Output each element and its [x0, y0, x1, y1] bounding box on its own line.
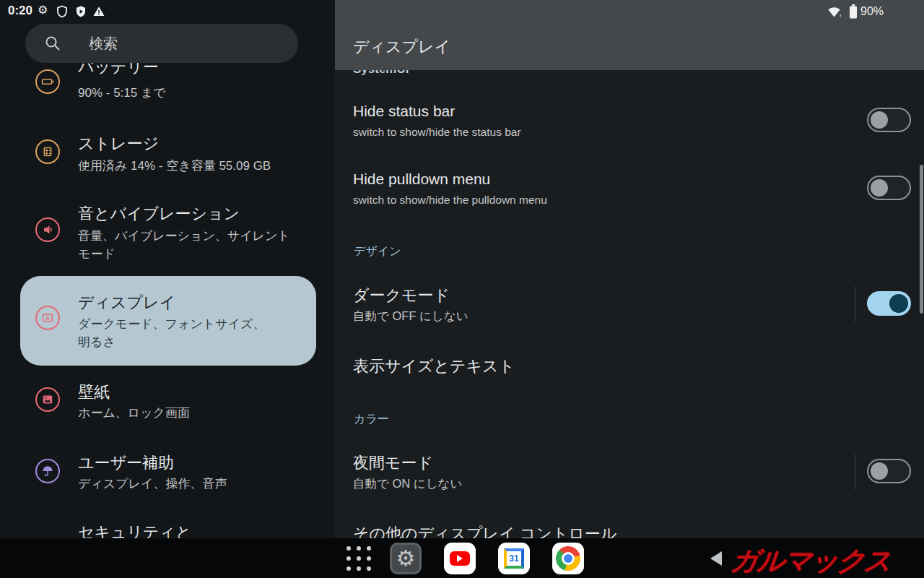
search-icon	[44, 35, 61, 52]
sidebar-item-display-title: ディスプレイ	[78, 292, 175, 314]
row-night-mode-sub: 自動で ON にしない	[353, 476, 462, 492]
battery-icon-status	[849, 4, 858, 19]
search-placeholder: 検索	[89, 34, 118, 53]
row-night-mode-title[interactable]: 夜間モード	[353, 452, 433, 474]
section-color: カラー	[354, 412, 389, 427]
warning-icon	[92, 5, 105, 18]
shield-play-icon	[74, 5, 87, 18]
svg-text:A: A	[45, 315, 50, 322]
settings-sidebar: 0:20 ⚙ バッテリー 90% - 5:15 まで 検索 ストレージ 使用済み…	[0, 0, 335, 578]
settings-app-icon[interactable]: ⚙	[390, 543, 422, 574]
app-grid-button[interactable]	[343, 543, 375, 574]
back-button[interactable]	[710, 551, 722, 566]
sidebar-item-sound-sub1: 音量、バイブレーション、サイレント	[78, 227, 290, 245]
clock: 0:20	[8, 4, 32, 18]
row-hide-status-sub: switch to show/hide the status bar	[353, 126, 521, 139]
garumax-logo: ガルマックス	[728, 543, 892, 578]
sidebar-item-battery-sub: 90% - 5:15 まで	[78, 84, 166, 102]
toggle-knob	[871, 179, 888, 197]
sidebar-item-wallpaper-sub: ホーム、ロック画面	[78, 404, 190, 422]
chrome-app-icon[interactable]	[552, 543, 584, 574]
sidebar-item-storage-sub: 使用済み 14% - 空き容量 55.09 GB	[78, 157, 271, 175]
shield-outline-icon	[56, 5, 69, 18]
night-mode-toggle[interactable]	[867, 459, 911, 483]
wifi-icon: 6	[827, 6, 841, 18]
wallpaper-icon	[35, 387, 60, 412]
sidebar-item-wallpaper-title[interactable]: 壁紙	[78, 381, 110, 403]
toggle-knob	[889, 294, 908, 313]
scrollbar[interactable]	[920, 165, 923, 314]
sidebar-item-display-sub1: ダークモード、フォントサイズ、	[78, 315, 265, 333]
sidebar-item-accessibility-title[interactable]: ユーザー補助	[78, 452, 174, 474]
panel-header: ディスプレイ 6 90%	[335, 0, 924, 70]
divider	[855, 454, 855, 490]
page-title: ディスプレイ	[353, 36, 450, 58]
search-input[interactable]: 検索	[25, 24, 298, 63]
toggle-knob	[871, 462, 888, 480]
display-icon: A	[35, 306, 60, 330]
chrome-logo-icon	[556, 546, 580, 571]
battery-percent: 90%	[860, 5, 884, 18]
toggle-knob	[871, 111, 888, 129]
youtube-app-icon[interactable]	[444, 543, 476, 574]
row-display-size-title[interactable]: 表示サイズとテキスト	[353, 355, 515, 377]
taskbar: ⚙ 31 ガルマックス	[0, 538, 924, 578]
sidebar-item-storage-title[interactable]: ストレージ	[78, 133, 159, 155]
hide-pulldown-toggle[interactable]	[867, 176, 911, 200]
hide-status-toggle[interactable]	[867, 108, 911, 132]
sound-icon	[35, 217, 60, 242]
youtube-play-icon	[450, 551, 470, 566]
divider	[855, 286, 855, 322]
section-design: デザイン	[354, 244, 401, 259]
row-hide-pulldown-title[interactable]: Hide pulldown menu	[353, 171, 490, 188]
dark-mode-toggle[interactable]	[867, 291, 911, 316]
sidebar-item-accessibility-sub: ディスプレイ、操作、音声	[78, 475, 227, 493]
calendar-day: 31	[504, 548, 524, 569]
row-dark-mode-title[interactable]: ダークモード	[353, 285, 450, 306]
row-hide-pulldown-sub: switch to show/hide the pulldown menu	[353, 194, 547, 207]
row-dark-mode-sub: 自動で OFF にしない	[353, 309, 468, 324]
sidebar-item-sound-sub2: モード	[78, 245, 116, 263]
sidebar-item-sound-title[interactable]: 音とバイブレーション	[78, 203, 240, 225]
calendar-app-icon[interactable]: 31	[498, 543, 530, 574]
gear-icon: ⚙	[38, 3, 51, 16]
storage-icon	[35, 139, 60, 164]
accessibility-icon	[35, 459, 60, 483]
battery-icon	[35, 69, 60, 94]
svg-text:6: 6	[840, 13, 841, 18]
app-grid-icon	[346, 546, 371, 571]
sidebar-item-display-sub2: 明るさ	[78, 333, 116, 351]
screen: 0:20 ⚙ バッテリー 90% - 5:15 まで 検索 ストレージ 使用済み…	[0, 0, 924, 578]
row-hide-status-title[interactable]: Hide status bar	[353, 103, 455, 120]
